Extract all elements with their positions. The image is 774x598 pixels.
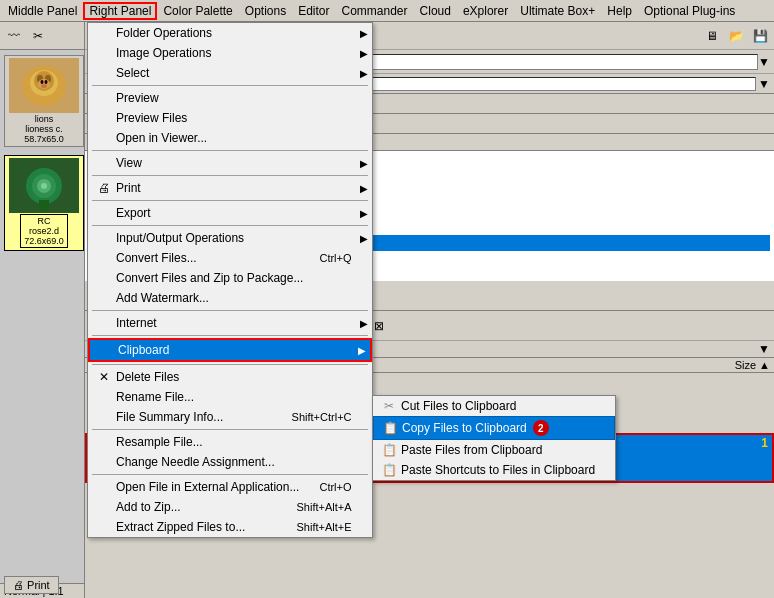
sub-dropdown-icon[interactable]: ▼ bbox=[758, 77, 770, 91]
menu-preview-files[interactable]: Preview Files bbox=[88, 108, 372, 128]
view-label: View bbox=[116, 156, 142, 170]
svg-rect-15 bbox=[39, 200, 49, 210]
export-label: Export bbox=[116, 206, 151, 220]
sep-1 bbox=[92, 85, 368, 86]
image-ops-label: Image Operations bbox=[116, 46, 211, 60]
menu-internet[interactable]: Internet bbox=[88, 313, 372, 333]
paste-shortcuts-icon: 📋 bbox=[381, 463, 397, 477]
expand-icon[interactable]: ▼ bbox=[758, 342, 770, 356]
menu-clipboard[interactable]: Clipboard bbox=[88, 338, 372, 362]
menu-export[interactable]: Export bbox=[88, 203, 372, 223]
sep-3 bbox=[92, 175, 368, 176]
menu-folder-ops[interactable]: Folder Operations bbox=[88, 23, 372, 43]
menu-input-output[interactable]: Input/Output Operations bbox=[88, 228, 372, 248]
menu-resample[interactable]: Resample File... bbox=[88, 432, 372, 452]
zip-label: Add to Zip... bbox=[116, 500, 181, 514]
menu-extract-zip[interactable]: Extract Zipped Files to... Shift+Alt+E bbox=[88, 517, 372, 537]
svg-point-9 bbox=[41, 84, 47, 88]
rename-label: Rename File... bbox=[116, 390, 194, 404]
svg-point-7 bbox=[41, 80, 44, 84]
menu-cloud[interactable]: Cloud bbox=[414, 2, 457, 20]
menu-paste-files[interactable]: 📋 Paste Files from Clipboard bbox=[373, 440, 615, 460]
menu-bar: Middle Panel Right Panel Color Palette O… bbox=[0, 0, 774, 22]
toolbar-icon-5[interactable]: 🖥 bbox=[701, 25, 723, 47]
zip-shortcut: Shift+Alt+A bbox=[276, 501, 351, 513]
convert-files-shortcut: Ctrl+Q bbox=[299, 252, 351, 264]
copy-badge-num: 2 bbox=[533, 420, 549, 436]
lion-preview-image bbox=[9, 58, 79, 113]
preview-files-label: Preview Files bbox=[116, 111, 187, 125]
settings-icon[interactable]: ✂ bbox=[27, 25, 49, 47]
extract-shortcut: Shift+Alt+E bbox=[276, 521, 351, 533]
thumbnail-rose[interactable]: RCrose2.d72.6x69.0 bbox=[4, 155, 84, 251]
sep-4 bbox=[92, 200, 368, 201]
svg-point-8 bbox=[45, 80, 48, 84]
thumbnail-rose-label: RCrose2.d72.6x69.0 bbox=[20, 214, 68, 248]
menu-select[interactable]: Select bbox=[88, 63, 372, 83]
menu-open-viewer[interactable]: Open in Viewer... bbox=[88, 128, 372, 148]
menu-color-palette[interactable]: Color Palette bbox=[157, 2, 238, 20]
menu-convert-zip[interactable]: Convert Files and Zip to Package... bbox=[88, 268, 372, 288]
badge-1: 1 bbox=[761, 436, 768, 450]
menu-editor[interactable]: Editor bbox=[292, 2, 335, 20]
menu-ultimate-box[interactable]: Ultimate Box+ bbox=[514, 2, 601, 20]
toolbar-icon-6[interactable]: 📂 bbox=[725, 25, 747, 47]
print-button[interactable]: 🖨 Print bbox=[4, 576, 59, 594]
convert-files-label: Convert Files... bbox=[116, 251, 197, 265]
left-panel: 〰 ✂ bbox=[0, 22, 85, 598]
print-menu-icon: 🖨 bbox=[96, 181, 112, 195]
menu-add-watermark[interactable]: Add Watermark... bbox=[88, 288, 372, 308]
preview-label: Preview bbox=[116, 91, 159, 105]
menu-image-ops[interactable]: Image Operations bbox=[88, 43, 372, 63]
menu-options[interactable]: Options bbox=[239, 2, 292, 20]
menu-paste-shortcuts[interactable]: 📋 Paste Shortcuts to Files in Clipboard bbox=[373, 460, 615, 480]
menu-commander[interactable]: Commander bbox=[336, 2, 414, 20]
address-dropdown-icon[interactable]: ▼ bbox=[758, 55, 770, 69]
needle-label: Change Needle Assignment... bbox=[116, 455, 275, 469]
sep-6 bbox=[92, 310, 368, 311]
menu-delete-files[interactable]: ✕ Delete Files bbox=[88, 367, 372, 387]
waveform-icon[interactable]: 〰 bbox=[3, 25, 25, 47]
clipboard-label: Clipboard bbox=[118, 343, 169, 357]
menu-change-needle[interactable]: Change Needle Assignment... bbox=[88, 452, 372, 472]
sep-8 bbox=[92, 364, 368, 365]
menu-view[interactable]: View bbox=[88, 153, 372, 173]
resample-label: Resample File... bbox=[116, 435, 203, 449]
open-viewer-label: Open in Viewer... bbox=[116, 131, 207, 145]
menu-file-summary[interactable]: File Summary Info... Shift+Ctrl+C bbox=[88, 407, 372, 427]
delete-icon: ✕ bbox=[96, 370, 112, 384]
col-size-header[interactable]: Size ▲ bbox=[690, 359, 770, 371]
menu-right-panel[interactable]: Right Panel bbox=[83, 2, 157, 20]
sep-5 bbox=[92, 225, 368, 226]
menu-optional-plugins[interactable]: Optional Plug-ins bbox=[638, 2, 741, 20]
menu-open-external[interactable]: Open File in External Application... Ctr… bbox=[88, 477, 372, 497]
thumbnail-lion-label: lionslioness c.58.7x65.0 bbox=[24, 114, 64, 144]
sep-7 bbox=[92, 335, 368, 336]
menu-preview[interactable]: Preview bbox=[88, 88, 372, 108]
thumbnail-lion[interactable]: lionslioness c.58.7x65.0 bbox=[4, 55, 84, 147]
copy-badge: 2 bbox=[533, 420, 549, 436]
menu-middle-panel[interactable]: Middle Panel bbox=[2, 2, 83, 20]
extract-label: Extract Zipped Files to... bbox=[116, 520, 245, 534]
menu-cut-files[interactable]: ✂ Cut Files to Clipboard bbox=[373, 396, 615, 416]
summary-label: File Summary Info... bbox=[116, 410, 223, 424]
external-label: Open File in External Application... bbox=[116, 480, 299, 494]
copy-files-label: Copy Files to Clipboard bbox=[402, 421, 527, 435]
convert-zip-label: Convert Files and Zip to Package... bbox=[116, 271, 303, 285]
menu-copy-files[interactable]: 📋 Copy Files to Clipboard 2 bbox=[373, 416, 615, 440]
menu-add-zip[interactable]: Add to Zip... Shift+Alt+A bbox=[88, 497, 372, 517]
menu-rename-file[interactable]: Rename File... bbox=[88, 387, 372, 407]
paste-files-label: Paste Files from Clipboard bbox=[401, 443, 542, 457]
clipboard-submenu: ✂ Cut Files to Clipboard 📋 Copy Files to… bbox=[372, 395, 616, 481]
menu-help[interactable]: Help bbox=[601, 2, 638, 20]
toolbar-icon-7[interactable]: 💾 bbox=[749, 25, 771, 47]
menu-print[interactable]: 🖨 Print bbox=[88, 178, 372, 198]
print-label: Print bbox=[116, 181, 141, 195]
svg-point-14 bbox=[41, 183, 47, 189]
menu-convert-files[interactable]: Convert Files... Ctrl+Q bbox=[88, 248, 372, 268]
scissors-icon: ✂ bbox=[381, 399, 397, 413]
delete-label: Delete Files bbox=[116, 370, 179, 384]
menu-explorer[interactable]: eXplorer bbox=[457, 2, 514, 20]
summary-shortcut: Shift+Ctrl+C bbox=[272, 411, 352, 423]
paste-icon: 📋 bbox=[381, 443, 397, 457]
